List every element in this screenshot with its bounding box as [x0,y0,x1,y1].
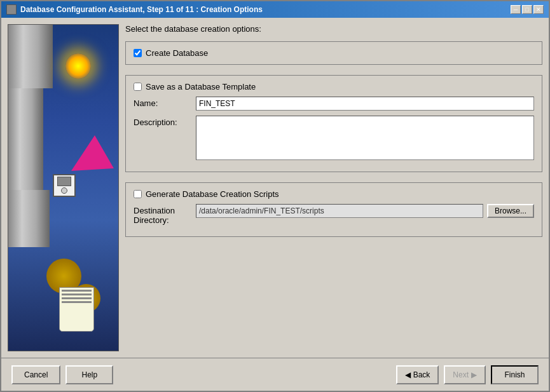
right-panel: Select the database creation options: Cr… [125,24,542,351]
floppy-decoration [53,174,76,197]
minimize-button[interactable]: ─ [511,5,521,14]
finish-button[interactable]: Finish [491,365,539,384]
app-icon [6,4,17,15]
template-name-row: Name: [134,97,534,111]
scripts-checkbox-row: Generate Database Creation Scripts [134,189,534,199]
scripts-section: Generate Database Creation Scripts Desti… [125,182,542,237]
dest-dir-label: Destination Directory: [134,204,191,225]
next-arrow-icon: ▶ [471,370,477,379]
dest-dir-input[interactable] [196,204,483,218]
main-window: Database Configuration Assistant, Step 1… [0,0,550,392]
save-template-checkbox[interactable] [134,83,142,91]
template-checkbox-row: Save as a Database Template [134,82,534,91]
cylinder-small-right [8,139,43,190]
cancel-button[interactable]: Cancel [11,365,60,384]
create-db-section: Create Database [125,41,542,65]
scroll-decoration [59,287,94,332]
template-name-input[interactable] [196,97,534,111]
bottom-left-buttons: Cancel Help [11,365,113,384]
instruction-text: Select the database creation options: [125,24,542,34]
browse-button[interactable]: Browse... [487,204,534,218]
template-desc-label: Description: [134,116,191,127]
dest-dir-row: Destination Directory: Browse... [134,204,534,225]
star-decoration [65,53,91,79]
back-button[interactable]: ◀ Back [396,365,439,384]
next-button[interactable]: Next ▶ [444,365,486,384]
maximize-button[interactable]: □ [522,5,532,14]
back-arrow-icon: ◀ [405,370,411,379]
create-database-checkbox[interactable] [134,49,142,57]
template-desc-input[interactable] [196,116,534,160]
cylinder-bottom [8,190,50,247]
close-button[interactable]: ✕ [533,5,544,14]
create-db-row: Create Database [134,48,534,58]
cylinder-small-left [8,88,43,139]
title-bar: Database Configuration Assistant, Step 1… [1,1,549,18]
help-button[interactable]: Help [65,365,113,384]
create-database-label[interactable]: Create Database [146,48,208,58]
cylinder-large [8,25,53,88]
window-title: Database Configuration Assistant, Step 1… [20,5,263,14]
template-name-label: Name: [134,97,191,108]
left-image-panel [8,24,119,351]
template-section: Save as a Database Template Name: Descri… [125,75,542,172]
template-desc-row: Description: [134,116,534,160]
bottom-bar: Cancel Help ◀ Back Next ▶ Finish [1,358,549,391]
generate-scripts-label[interactable]: Generate Database Creation Scripts [146,189,279,199]
content-area: Select the database creation options: Cr… [1,18,549,358]
back-label: Back [413,370,430,379]
generate-scripts-checkbox[interactable] [134,190,142,198]
next-label: Next [453,370,469,379]
bottom-right-buttons: ◀ Back Next ▶ Finish [396,365,539,384]
save-template-label[interactable]: Save as a Database Template [146,82,256,91]
